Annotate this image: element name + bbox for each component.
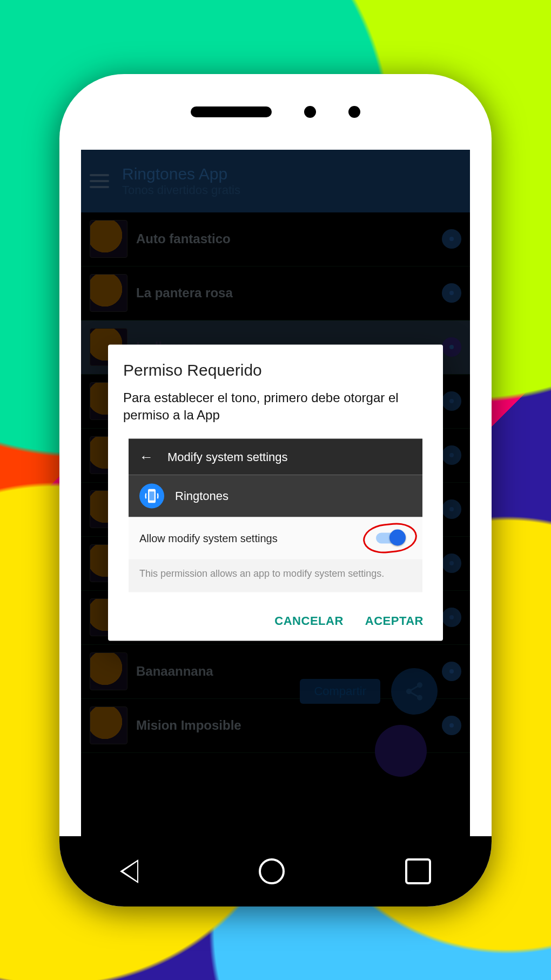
toggle-highlight <box>368 527 412 550</box>
nav-recent-icon[interactable] <box>405 858 431 884</box>
settings-toggle-row: Allow modify system settings <box>129 517 422 559</box>
toggle-description: This permission allows an app to modify … <box>129 559 422 592</box>
nav-home-icon[interactable] <box>259 858 285 884</box>
settings-preview-header: ← Modify system settings <box>129 439 422 475</box>
android-nav-bar <box>59 836 492 906</box>
settings-preview-title: Modify system settings <box>167 450 288 464</box>
app-screen: Ringtones App Tonos divertidos gratis Au… <box>81 150 470 836</box>
settings-preview-app-name: Ringtones <box>175 489 229 503</box>
ringtone-app-icon <box>139 484 164 509</box>
settings-preview: ← Modify system settings Ringtones Allow… <box>129 439 422 592</box>
settings-preview-app-row: Ringtones <box>129 475 422 517</box>
accept-button[interactable]: ACEPTAR <box>365 614 424 628</box>
permission-dialog: Permiso Requerido Para establecer el ton… <box>108 344 443 641</box>
speaker-slot <box>191 106 272 117</box>
sensor-dot <box>304 106 316 118</box>
cancel-button[interactable]: CANCELAR <box>274 614 343 628</box>
toggle-label: Allow modify system settings <box>139 532 278 544</box>
phone-top <box>59 74 492 150</box>
toggle-switch[interactable] <box>376 533 404 544</box>
nav-back-icon[interactable] <box>120 859 138 883</box>
camera-dot <box>348 106 360 118</box>
dialog-title: Permiso Requerido <box>123 361 428 379</box>
dialog-body: Para establecer el tono, primero debe ot… <box>123 389 428 424</box>
dialog-actions: CANCELAR ACEPTAR <box>123 609 428 631</box>
phone-frame: Ringtones App Tonos divertidos gratis Au… <box>59 74 492 906</box>
back-arrow-icon: ← <box>139 449 153 465</box>
